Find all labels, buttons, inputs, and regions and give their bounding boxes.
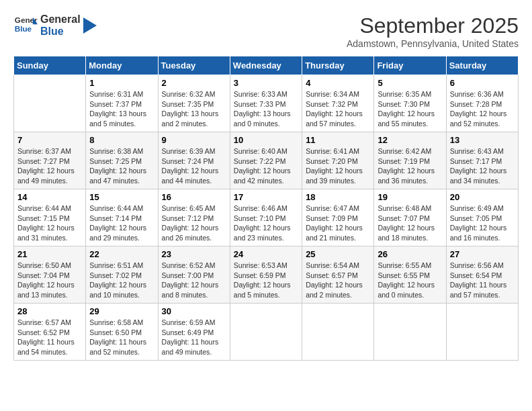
calendar-cell (374, 304, 446, 361)
calendar-week-row: 1Sunrise: 6:31 AM Sunset: 7:37 PM Daylig… (14, 75, 519, 132)
calendar-week-row: 7Sunrise: 6:37 AM Sunset: 7:27 PM Daylig… (14, 132, 519, 189)
day-number: 12 (378, 135, 442, 145)
day-number: 30 (162, 306, 226, 316)
day-number: 7 (17, 135, 82, 145)
day-number: 25 (306, 249, 370, 259)
calendar-cell: 9Sunrise: 6:39 AM Sunset: 7:24 PM Daylig… (158, 132, 230, 189)
header-friday: Friday (374, 56, 446, 75)
day-number: 29 (89, 306, 154, 316)
day-number: 23 (162, 249, 226, 259)
day-number: 18 (306, 192, 370, 202)
cell-info-text: Sunrise: 6:54 AM Sunset: 6:57 PM Dayligh… (306, 261, 370, 300)
calendar-cell: 15Sunrise: 6:44 AM Sunset: 7:14 PM Dayli… (86, 189, 158, 246)
cell-info-text: Sunrise: 6:49 AM Sunset: 7:05 PM Dayligh… (450, 203, 515, 243)
day-number: 8 (89, 135, 154, 145)
logo-name-general: General (40, 13, 81, 26)
calendar-cell: 10Sunrise: 6:40 AM Sunset: 7:22 PM Dayli… (230, 132, 302, 189)
day-number: 10 (234, 135, 298, 145)
day-number: 11 (306, 135, 370, 145)
cell-info-text: Sunrise: 6:43 AM Sunset: 7:17 PM Dayligh… (450, 146, 515, 186)
day-number: 24 (234, 249, 298, 259)
day-number: 3 (234, 78, 298, 88)
header-monday: Monday (86, 56, 158, 75)
cell-info-text: Sunrise: 6:59 AM Sunset: 6:49 PM Dayligh… (162, 318, 226, 357)
calendar-cell: 23Sunrise: 6:52 AM Sunset: 7:00 PM Dayli… (158, 246, 230, 304)
day-number: 2 (162, 78, 226, 88)
cell-info-text: Sunrise: 6:38 AM Sunset: 7:25 PM Dayligh… (89, 146, 154, 186)
day-number: 15 (89, 192, 154, 202)
cell-info-text: Sunrise: 6:33 AM Sunset: 7:33 PM Dayligh… (234, 89, 298, 129)
cell-info-text: Sunrise: 6:40 AM Sunset: 7:22 PM Dayligh… (234, 146, 298, 186)
calendar-cell: 27Sunrise: 6:56 AM Sunset: 6:54 PM Dayli… (446, 246, 518, 304)
calendar-cell: 16Sunrise: 6:45 AM Sunset: 7:12 PM Dayli… (158, 189, 230, 246)
title-block: September 2025 Adamstown, Pennsylvania, … (347, 13, 519, 49)
location-subtitle: Adamstown, Pennsylvania, United States (347, 38, 519, 49)
calendar-week-row: 14Sunrise: 6:44 AM Sunset: 7:15 PM Dayli… (14, 189, 519, 246)
cell-info-text: Sunrise: 6:45 AM Sunset: 7:12 PM Dayligh… (162, 203, 226, 243)
cell-info-text: Sunrise: 6:36 AM Sunset: 7:28 PM Dayligh… (450, 89, 515, 129)
calendar-cell (302, 304, 374, 361)
header-sunday: Sunday (14, 56, 86, 75)
cell-info-text: Sunrise: 6:32 AM Sunset: 7:35 PM Dayligh… (162, 89, 226, 129)
cell-info-text: Sunrise: 6:56 AM Sunset: 6:54 PM Dayligh… (450, 261, 515, 300)
calendar-cell: 7Sunrise: 6:37 AM Sunset: 7:27 PM Daylig… (14, 132, 86, 189)
logo-name-blue: Blue (40, 26, 81, 38)
cell-info-text: Sunrise: 6:52 AM Sunset: 7:00 PM Dayligh… (162, 261, 226, 300)
day-number: 1 (89, 78, 154, 88)
calendar-cell: 13Sunrise: 6:43 AM Sunset: 7:17 PM Dayli… (446, 132, 518, 189)
cell-info-text: Sunrise: 6:41 AM Sunset: 7:20 PM Dayligh… (306, 146, 370, 186)
header-tuesday: Tuesday (158, 56, 230, 75)
cell-info-text: Sunrise: 6:44 AM Sunset: 7:15 PM Dayligh… (17, 203, 82, 243)
day-number: 28 (17, 306, 82, 316)
calendar-cell: 25Sunrise: 6:54 AM Sunset: 6:57 PM Dayli… (302, 246, 374, 304)
cell-info-text: Sunrise: 6:51 AM Sunset: 7:02 PM Dayligh… (89, 261, 154, 300)
calendar-cell (446, 304, 518, 361)
logo-icon: General Blue (13, 13, 38, 38)
day-number: 5 (378, 78, 442, 88)
cell-info-text: Sunrise: 6:53 AM Sunset: 6:59 PM Dayligh… (234, 261, 298, 300)
cell-info-text: Sunrise: 6:35 AM Sunset: 7:30 PM Dayligh… (378, 89, 442, 129)
day-number: 22 (89, 249, 154, 259)
calendar-header-row: SundayMondayTuesdayWednesdayThursdayFrid… (14, 56, 519, 75)
calendar-cell: 5Sunrise: 6:35 AM Sunset: 7:30 PM Daylig… (374, 75, 446, 132)
day-number: 20 (450, 192, 515, 202)
calendar-cell: 28Sunrise: 6:57 AM Sunset: 6:52 PM Dayli… (14, 304, 86, 361)
calendar-cell: 21Sunrise: 6:50 AM Sunset: 7:04 PM Dayli… (14, 246, 86, 304)
day-number: 16 (162, 192, 226, 202)
cell-info-text: Sunrise: 6:39 AM Sunset: 7:24 PM Dayligh… (162, 146, 226, 186)
day-number: 17 (234, 192, 298, 202)
day-number: 14 (17, 192, 82, 202)
cell-info-text: Sunrise: 6:57 AM Sunset: 6:52 PM Dayligh… (17, 318, 82, 357)
cell-info-text: Sunrise: 6:42 AM Sunset: 7:19 PM Dayligh… (378, 146, 442, 186)
header-wednesday: Wednesday (230, 56, 302, 75)
day-number: 9 (162, 135, 226, 145)
header-saturday: Saturday (446, 56, 518, 75)
cell-info-text: Sunrise: 6:58 AM Sunset: 6:50 PM Dayligh… (89, 318, 154, 357)
calendar-cell: 20Sunrise: 6:49 AM Sunset: 7:05 PM Dayli… (446, 189, 518, 246)
calendar-cell: 4Sunrise: 6:34 AM Sunset: 7:32 PM Daylig… (302, 75, 374, 132)
cell-info-text: Sunrise: 6:37 AM Sunset: 7:27 PM Dayligh… (17, 146, 82, 186)
day-number: 27 (450, 249, 515, 259)
cell-info-text: Sunrise: 6:50 AM Sunset: 7:04 PM Dayligh… (17, 261, 82, 300)
calendar-cell: 3Sunrise: 6:33 AM Sunset: 7:33 PM Daylig… (230, 75, 302, 132)
calendar-cell: 26Sunrise: 6:55 AM Sunset: 6:55 PM Dayli… (374, 246, 446, 304)
calendar-cell: 18Sunrise: 6:47 AM Sunset: 7:09 PM Dayli… (302, 189, 374, 246)
calendar-cell: 14Sunrise: 6:44 AM Sunset: 7:15 PM Dayli… (14, 189, 86, 246)
calendar-cell: 22Sunrise: 6:51 AM Sunset: 7:02 PM Dayli… (86, 246, 158, 304)
calendar-cell: 30Sunrise: 6:59 AM Sunset: 6:49 PM Dayli… (158, 304, 230, 361)
cell-info-text: Sunrise: 6:48 AM Sunset: 7:07 PM Dayligh… (378, 203, 442, 243)
day-number: 13 (450, 135, 515, 145)
logo: General Blue General Blue (13, 13, 97, 38)
cell-info-text: Sunrise: 6:47 AM Sunset: 7:09 PM Dayligh… (306, 203, 370, 243)
calendar-week-row: 21Sunrise: 6:50 AM Sunset: 7:04 PM Dayli… (14, 246, 519, 304)
day-number: 4 (306, 78, 370, 88)
day-number: 26 (378, 249, 442, 259)
day-number: 6 (450, 78, 515, 88)
calendar-week-row: 28Sunrise: 6:57 AM Sunset: 6:52 PM Dayli… (14, 304, 519, 361)
day-number: 21 (17, 249, 82, 259)
calendar-cell: 17Sunrise: 6:46 AM Sunset: 7:10 PM Dayli… (230, 189, 302, 246)
cell-info-text: Sunrise: 6:31 AM Sunset: 7:37 PM Dayligh… (89, 89, 154, 129)
calendar-cell: 6Sunrise: 6:36 AM Sunset: 7:28 PM Daylig… (446, 75, 518, 132)
svg-marker-3 (83, 17, 97, 34)
day-number: 19 (378, 192, 442, 202)
